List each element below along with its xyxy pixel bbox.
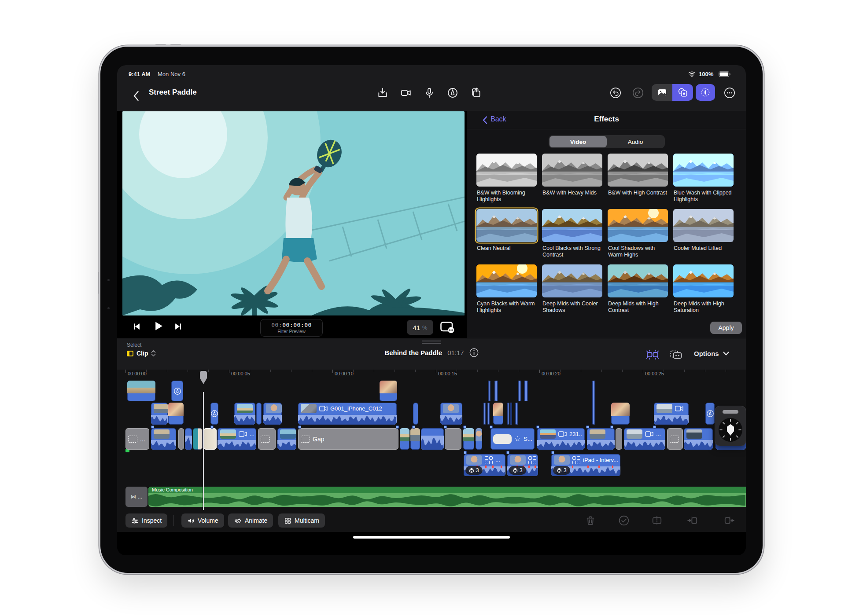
selection-dot[interactable] xyxy=(536,425,539,429)
timeline-clip[interactable] xyxy=(494,381,498,401)
timeline-clip[interactable] xyxy=(705,403,715,425)
selection-dot[interactable] xyxy=(151,425,154,429)
effect-thumbnail[interactable]: B&W with High Contrast xyxy=(608,154,668,187)
effect-preview-image[interactable] xyxy=(476,154,537,187)
timeline-clip[interactable]: ... xyxy=(125,428,149,450)
timeline-clip[interactable] xyxy=(445,428,461,450)
viewer-overlay-icon[interactable] xyxy=(439,319,455,335)
effect-thumbnail[interactable]: B&W with Heavy Mids xyxy=(542,154,602,187)
effect-preview-image[interactable] xyxy=(608,209,668,242)
play-button[interactable] xyxy=(152,319,164,333)
timeline-clip[interactable] xyxy=(256,403,262,425)
timeline-clip[interactable] xyxy=(592,381,595,425)
selection-dot[interactable] xyxy=(412,425,415,429)
effects-browser-button[interactable] xyxy=(672,84,693,101)
timeline-clip[interactable] xyxy=(178,428,184,450)
selection-dot[interactable] xyxy=(586,425,589,429)
multicam-clip[interactable]: 3 xyxy=(507,454,538,476)
volume-button[interactable]: Volume xyxy=(181,513,224,528)
effect-preview-image[interactable] xyxy=(673,154,734,187)
effect-thumbnail[interactable]: Deep Mids with Cooler Shadows xyxy=(542,264,602,297)
selection-dot[interactable] xyxy=(610,425,613,429)
timeline-clip[interactable] xyxy=(380,381,397,401)
timeline-clip[interactable] xyxy=(463,428,474,450)
effect-thumbnail[interactable]: Cooler Muted Lifted xyxy=(673,209,734,242)
timeline-clip[interactable] xyxy=(476,428,482,450)
timeline-clip[interactable]: ☆S... xyxy=(491,428,535,450)
selection-dot[interactable] xyxy=(464,451,467,454)
timeline-clip[interactable] xyxy=(524,381,528,401)
effect-preview-image[interactable] xyxy=(542,264,602,297)
timeline-clip[interactable] xyxy=(151,403,168,425)
multicam-clip[interactable]: ...3 xyxy=(464,454,505,476)
timeline-clip[interactable] xyxy=(263,403,282,425)
skip-back-icon[interactable] xyxy=(132,322,141,331)
delete-icon[interactable] xyxy=(585,515,596,526)
timeline-clip[interactable] xyxy=(684,428,713,450)
timeline-clip[interactable] xyxy=(203,428,217,450)
video-preview[interactable] xyxy=(122,111,465,315)
effect-thumbnail[interactable]: Deep Mids with High Saturation xyxy=(673,264,734,297)
timeline-clip[interactable] xyxy=(400,428,409,450)
timeline-clip[interactable]: ... xyxy=(624,428,665,450)
timeline-clip[interactable] xyxy=(210,403,218,425)
selection-dot[interactable] xyxy=(506,451,509,454)
selection-dot[interactable] xyxy=(463,425,466,429)
effect-preview-image[interactable] xyxy=(476,264,537,297)
timeline-clip[interactable] xyxy=(507,403,509,425)
effect-thumbnail[interactable]: Clean Neutral xyxy=(476,209,537,242)
effect-thumbnail[interactable]: Deep Mids with High Contrast xyxy=(608,264,668,297)
selection-dot[interactable] xyxy=(490,425,493,429)
timeline-clip[interactable] xyxy=(440,403,462,425)
timeline-clip[interactable] xyxy=(518,381,521,401)
panel-drag-handle[interactable] xyxy=(422,341,441,345)
timeline-clip[interactable] xyxy=(413,403,418,425)
options-dropdown[interactable]: Options xyxy=(694,350,729,357)
timeline-clip[interactable] xyxy=(258,428,276,450)
timeline-clip[interactable] xyxy=(488,381,491,401)
effect-preview-image[interactable] xyxy=(542,209,602,242)
effect-thumbnail[interactable]: B&W with Blooming Highlights xyxy=(476,154,537,187)
trim-start-icon[interactable] xyxy=(687,515,698,526)
info-icon[interactable] xyxy=(469,348,479,357)
effect-preview-image[interactable] xyxy=(608,154,668,187)
effect-preview-image[interactable] xyxy=(476,209,537,242)
media-browser-button[interactable] xyxy=(652,84,672,101)
timeline-clip[interactable]: Gap xyxy=(298,428,398,450)
animate-button[interactable]: Animate xyxy=(228,513,273,528)
selection-dot[interactable] xyxy=(396,425,399,429)
timeline-clip[interactable] xyxy=(654,403,689,425)
effect-thumbnail[interactable]: Cyan Blacks with Warm Highlights xyxy=(476,264,537,297)
record-video-icon[interactable] xyxy=(400,87,412,99)
timeline-clip[interactable] xyxy=(185,428,192,450)
selection-dot[interactable] xyxy=(210,425,214,429)
draw-icon[interactable] xyxy=(447,87,458,99)
multicam-button[interactable]: Multicam xyxy=(278,513,325,528)
selection-dot[interactable] xyxy=(653,425,656,429)
jog-wheel-handle[interactable] xyxy=(723,410,738,414)
timeline-clip[interactable] xyxy=(510,403,512,425)
jog-wheel[interactable] xyxy=(715,406,746,446)
timeline-clip[interactable]: 231... xyxy=(537,428,585,450)
timeline-clip[interactable] xyxy=(151,428,176,450)
effect-preview-image[interactable] xyxy=(673,209,734,242)
skip-forward-icon[interactable] xyxy=(173,322,183,331)
share-icon[interactable] xyxy=(470,87,482,99)
timeline-clip[interactable]: ... xyxy=(218,428,256,450)
effect-thumbnail[interactable]: Cool Shadows with Warm Highs xyxy=(608,209,668,242)
overwrite-placement-icon[interactable] xyxy=(669,348,682,361)
effect-thumbnail[interactable]: Cool Blacks with Strong Contrast xyxy=(542,209,602,242)
timeline-clip[interactable] xyxy=(483,403,486,425)
selection-dot[interactable] xyxy=(551,451,554,454)
apply-button[interactable]: Apply xyxy=(710,322,742,334)
more-icon[interactable] xyxy=(724,87,735,99)
tab-video[interactable]: Video xyxy=(550,136,607,147)
music-track-clip[interactable]: Music Composition xyxy=(148,487,746,507)
timeline-clip[interactable]: G001_iPhone_C012 xyxy=(298,403,397,425)
effect-preview-image[interactable] xyxy=(673,264,734,297)
inspect-button[interactable]: Inspect xyxy=(125,513,167,528)
timeline-clip[interactable] xyxy=(234,403,255,425)
trim-end-icon[interactable] xyxy=(723,515,735,526)
undo-icon[interactable] xyxy=(610,87,621,99)
timeline-clip[interactable] xyxy=(487,403,490,425)
